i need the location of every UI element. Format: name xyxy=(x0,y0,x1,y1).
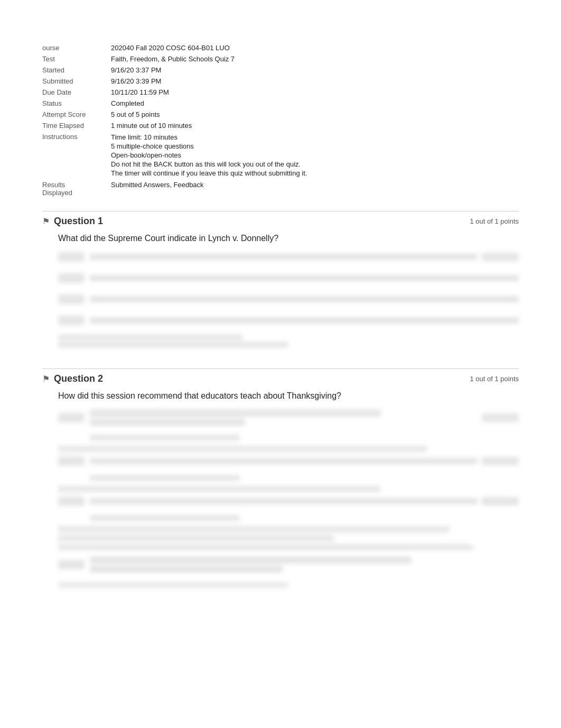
time-elapsed-row: Time Elapsed 1 minute out of 10 minutes xyxy=(42,120,519,131)
test-label: Test xyxy=(42,53,111,64)
question-2-title: Question 2 xyxy=(54,373,450,384)
due-date-row: Due Date 10/11/20 11:59 PM xyxy=(42,87,519,98)
question-1-flag-icon: ⚑ xyxy=(42,216,50,226)
q2-answer-d xyxy=(58,555,519,575)
results-value: Submitted Answers, Feedback xyxy=(111,179,519,198)
due-date-label: Due Date xyxy=(42,87,111,98)
instructions-list: Time limit: 10 minutes 5 multiple-choice… xyxy=(111,133,515,178)
test-row: Test Faith, Freedom, & Public Schools Qu… xyxy=(42,53,519,64)
attempt-score-value: 5 out of 5 points xyxy=(111,109,519,120)
instructions-row: Instructions Time limit: 10 minutes 5 mu… xyxy=(42,131,519,179)
question-2-text: How did this session recommend that educ… xyxy=(58,390,519,402)
question-2-header: ⚑ Question 2 1 out of 1 points xyxy=(42,368,519,384)
q2-answer-c xyxy=(58,494,519,508)
attempt-score-label: Attempt Score xyxy=(42,109,111,120)
q1-answer-c xyxy=(58,292,519,306)
quiz-info-table: ourse 202040 Fall 2020 COSC 604-B01 LUO … xyxy=(42,42,519,198)
status-label: Status xyxy=(42,98,111,109)
q2-a-feedback xyxy=(90,435,519,440)
q1-feedback xyxy=(58,335,519,347)
started-row: Started 9/16/20 3:37 PM xyxy=(42,64,519,76)
submitted-label: Submitted xyxy=(42,76,111,87)
course-row: ourse 202040 Fall 2020 COSC 604-B01 LUO xyxy=(42,42,519,53)
course-value: 202040 Fall 2020 COSC 604-B01 LUO xyxy=(111,42,519,53)
question-1-section: ⚑ Question 1 1 out of 1 points What did … xyxy=(42,211,519,347)
course-label: ourse xyxy=(42,42,111,53)
started-label: Started xyxy=(42,64,111,76)
instruction-item-3: Open-book/open-notes xyxy=(111,151,515,160)
time-elapsed-value: 1 minute out of 10 minutes xyxy=(111,120,519,131)
instruction-item-5: The timer will continue if you leave thi… xyxy=(111,169,515,178)
results-label: ResultsDisplayed xyxy=(42,179,111,198)
q2-answer-a xyxy=(58,408,519,428)
question-1-text: What did the Supreme Court indicate in L… xyxy=(58,232,519,245)
instruction-item-1: Time limit: 10 minutes xyxy=(111,133,515,142)
question-2-answers xyxy=(58,408,519,588)
time-elapsed-label: Time Elapsed xyxy=(42,120,111,131)
started-value: 9/16/20 3:37 PM xyxy=(111,64,519,76)
instruction-item-2: 5 multiple-choice questions xyxy=(111,142,515,151)
q1-answer-a xyxy=(58,250,519,264)
page-container: ourse 202040 Fall 2020 COSC 604-B01 LUO … xyxy=(0,0,561,637)
instructions-value: Time limit: 10 minutes 5 multiple-choice… xyxy=(111,131,519,179)
attempt-score-row: Attempt Score 5 out of 5 points xyxy=(42,109,519,120)
instructions-label: Instructions xyxy=(42,131,111,179)
results-row: ResultsDisplayed Submitted Answers, Feed… xyxy=(42,179,519,198)
question-2-flag-icon: ⚑ xyxy=(42,374,50,384)
q2-answer-b-header xyxy=(58,446,519,452)
question-2-score: 1 out of 1 points xyxy=(450,375,519,383)
q1-answer-d xyxy=(58,314,519,327)
submitted-value: 9/16/20 3:39 PM xyxy=(111,76,519,87)
status-value: Completed xyxy=(111,98,519,109)
question-1-header: ⚑ Question 1 1 out of 1 points xyxy=(42,211,519,227)
test-value: Faith, Freedom, & Public Schools Quiz 7 xyxy=(111,53,519,64)
q2-c-feedback xyxy=(90,515,519,521)
status-row: Status Completed xyxy=(42,98,519,109)
question-1-score: 1 out of 1 points xyxy=(450,217,519,225)
q2-long-text-block xyxy=(58,526,519,588)
q1-answer-b xyxy=(58,271,519,285)
q2-answer-b xyxy=(58,454,519,468)
submitted-row: Submitted 9/16/20 3:39 PM xyxy=(42,76,519,87)
question-1-title: Question 1 xyxy=(54,216,450,227)
q2-answer-c-header xyxy=(58,486,519,492)
instruction-item-4: Do not hit the BACK button as this will … xyxy=(111,160,515,169)
question-1-answers xyxy=(58,250,519,347)
question-2-section: ⚑ Question 2 1 out of 1 points How did t… xyxy=(42,368,519,588)
q2-b-feedback xyxy=(90,475,519,481)
due-date-value: 10/11/20 11:59 PM xyxy=(111,87,519,98)
